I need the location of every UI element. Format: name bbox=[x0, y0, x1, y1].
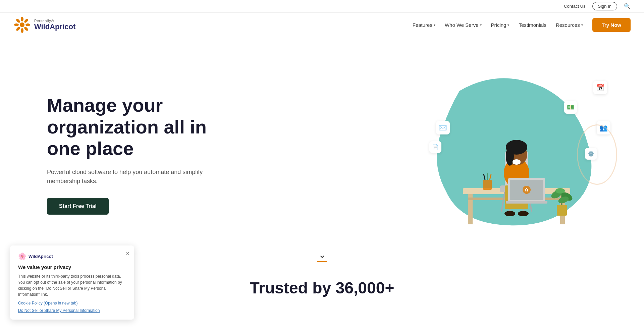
logo[interactable]: Personify® WildApricot bbox=[13, 16, 75, 34]
svg-point-22 bbox=[506, 147, 514, 166]
svg-point-7 bbox=[14, 23, 19, 26]
try-now-button[interactable]: Try Now bbox=[592, 18, 631, 32]
svg-point-23 bbox=[513, 159, 521, 165]
float-invoice-icon: 📄 bbox=[429, 141, 441, 153]
resources-dropdown-arrow: ▾ bbox=[581, 23, 583, 27]
features-dropdown-arrow: ▾ bbox=[434, 23, 435, 27]
svg-line-33 bbox=[484, 174, 485, 180]
nav-resources[interactable]: Resources ▾ bbox=[556, 22, 583, 28]
hero-text: Manage your organization all in one plac… bbox=[47, 95, 235, 214]
top-bar: Contact Us Sign In 🔍 bbox=[0, 0, 644, 13]
svg-point-25 bbox=[504, 211, 515, 216]
cookie-logo-text: WildApricot bbox=[29, 254, 53, 259]
svg-point-2 bbox=[23, 18, 29, 23]
main-nav: Personify® WildApricot Features ▾ Who We… bbox=[0, 13, 644, 37]
svg-point-3 bbox=[25, 23, 30, 26]
svg-rect-31 bbox=[506, 201, 547, 204]
svg-point-5 bbox=[21, 28, 23, 33]
who-we-serve-dropdown-arrow: ▾ bbox=[480, 23, 482, 27]
hero-title: Manage your organization all in one plac… bbox=[47, 95, 235, 159]
scroll-arrow[interactable]: ⌄ bbox=[317, 249, 327, 262]
cookie-policy-link[interactable]: Cookie Policy (Opens in new tab) bbox=[18, 301, 126, 304]
nav-links: Features ▾ Who We Serve ▾ Pricing ▾ Test… bbox=[413, 18, 631, 32]
nav-who-we-serve[interactable]: Who We Serve ▾ bbox=[445, 22, 482, 28]
scroll-line bbox=[317, 261, 327, 262]
desk-illustration: ✿ bbox=[443, 108, 590, 235]
svg-point-26 bbox=[518, 211, 529, 216]
nav-testimonials[interactable]: Testimonials bbox=[519, 22, 546, 28]
logo-icon bbox=[13, 16, 31, 34]
float-money-icon: 💵 bbox=[564, 101, 577, 114]
svg-rect-32 bbox=[483, 180, 492, 190]
float-calendar-icon: 📅 bbox=[593, 81, 607, 94]
nav-features[interactable]: Features ▾ bbox=[413, 22, 435, 28]
svg-point-6 bbox=[15, 26, 21, 32]
scroll-chevron-icon: ⌄ bbox=[318, 249, 326, 260]
svg-line-35 bbox=[490, 174, 491, 180]
svg-point-8 bbox=[15, 18, 21, 23]
contact-us-link[interactable]: Contact Us bbox=[564, 4, 585, 9]
svg-text:✿: ✿ bbox=[525, 187, 529, 192]
cookie-close-button[interactable]: × bbox=[126, 250, 129, 257]
pricing-dropdown-arrow: ▾ bbox=[507, 23, 509, 27]
svg-rect-36 bbox=[557, 205, 567, 216]
hero-cta-button[interactable]: Start Free Trial bbox=[47, 198, 109, 215]
svg-point-40 bbox=[555, 188, 565, 193]
svg-point-4 bbox=[23, 26, 29, 32]
svg-point-1 bbox=[21, 17, 23, 21]
float-email-icon: ✉️ bbox=[436, 121, 450, 134]
decorative-circle bbox=[577, 124, 617, 185]
hero-subtitle: Powerful cloud software to help you auto… bbox=[47, 168, 235, 186]
cookie-body: This website or its third-party tools pr… bbox=[18, 273, 126, 297]
nav-pricing[interactable]: Pricing ▾ bbox=[491, 22, 509, 28]
hero-section: Manage your organization all in one plac… bbox=[0, 37, 644, 265]
cookie-banner: × 🌸 WildApricot We value your privacy Th… bbox=[10, 245, 134, 304]
svg-line-15 bbox=[501, 192, 505, 212]
cookie-title: We value your privacy bbox=[18, 264, 126, 270]
hero-illustration: ✿ 📅 💵 ✉️ 👥 📄 ⚙️ bbox=[423, 67, 617, 242]
sign-in-button[interactable]: Sign In bbox=[592, 2, 617, 10]
search-icon[interactable]: 🔍 bbox=[624, 3, 631, 9]
svg-point-0 bbox=[20, 22, 24, 27]
logo-wildapricot-text: WildApricot bbox=[34, 23, 75, 31]
cookie-logo-icon: 🌸 bbox=[18, 252, 26, 260]
